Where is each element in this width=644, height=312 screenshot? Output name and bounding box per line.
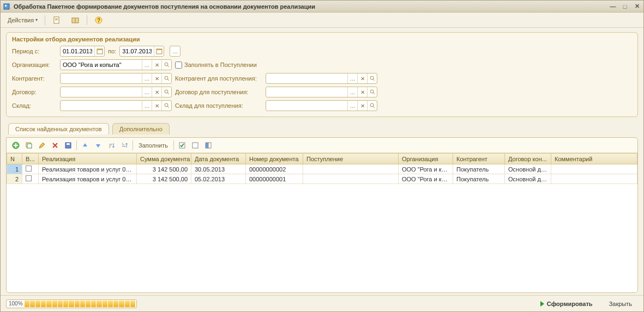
col-receipt[interactable]: Поступление — [303, 154, 399, 164]
col-comment[interactable]: Комментарий — [551, 154, 637, 164]
tab-additional[interactable]: Дополнительно — [112, 123, 170, 134]
open-button[interactable] — [161, 101, 171, 111]
fill-in-receipt-checkbox[interactable]: Заполнять в Поступлении — [175, 62, 257, 69]
open-button[interactable] — [367, 87, 377, 97]
svg-rect-1 — [5, 5, 7, 7]
open-button[interactable] — [367, 101, 377, 111]
edit-row-button[interactable] — [36, 139, 48, 151]
maximize-button[interactable]: □ — [621, 3, 629, 10]
period-from-input[interactable] — [61, 46, 94, 56]
close-window-button[interactable]: ✕ — [633, 3, 641, 10]
toolbar-separator — [173, 140, 174, 150]
fill-in-receipt-input[interactable] — [175, 62, 182, 69]
cell-contragent: Покупатель — [453, 164, 505, 174]
open-button[interactable] — [161, 60, 171, 70]
svg-line-19 — [167, 93, 169, 94]
col-org[interactable]: Организация — [399, 154, 453, 164]
clear-button[interactable]: ✕ — [152, 101, 161, 111]
select-button[interactable]: … — [142, 60, 152, 70]
col-sum[interactable]: Сумма документа — [137, 154, 191, 164]
contract-field[interactable]: … ✕ — [60, 87, 172, 97]
clear-button[interactable]: ✕ — [152, 87, 161, 97]
play-icon — [540, 301, 544, 307]
sort-desc-button[interactable] — [118, 139, 130, 151]
warehouse-recv-field[interactable]: … ✕ — [266, 100, 377, 111]
select-button[interactable]: … — [142, 101, 152, 111]
svg-rect-34 — [208, 143, 211, 148]
main-toolbar: Действия ▾ ? — [1, 13, 643, 28]
invert-check-button[interactable] — [202, 139, 214, 151]
move-down-button[interactable] — [92, 139, 104, 151]
cell-receipt — [303, 174, 399, 184]
calendar-icon[interactable] — [94, 46, 104, 56]
help-button[interactable]: ? — [91, 14, 107, 26]
select-button[interactable]: … — [142, 74, 152, 83]
fill-button-label: Заполнить — [139, 142, 168, 149]
contragent-recv-input[interactable] — [266, 74, 347, 83]
save-button[interactable] — [62, 139, 74, 151]
add-row-button[interactable] — [10, 139, 22, 151]
help-icon: ? — [94, 16, 103, 25]
clear-button[interactable]: ✕ — [357, 74, 367, 83]
select-button[interactable]: … — [347, 87, 357, 97]
col-number[interactable]: Номер документа — [246, 154, 303, 164]
warehouse-input[interactable] — [61, 101, 142, 111]
delete-row-button[interactable] — [49, 139, 61, 151]
close-button[interactable]: Закрыть — [603, 298, 638, 310]
col-contract[interactable]: Договор кон... — [505, 154, 551, 164]
clear-button[interactable]: ✕ — [357, 101, 367, 111]
actions-menu[interactable]: Действия ▾ — [4, 14, 41, 26]
contragent-label: Контрагент: — [12, 75, 57, 82]
warehouse-recv-input[interactable] — [266, 101, 347, 111]
sort-asc-button[interactable] — [105, 139, 117, 151]
form-button[interactable]: Сформировать — [534, 298, 599, 310]
clear-button[interactable]: ✕ — [357, 87, 367, 97]
col-realization[interactable]: Реализация — [39, 154, 137, 164]
table-row[interactable]: 1Реализация товаров и услуг 00...3 142 5… — [7, 164, 637, 174]
filter-panel: Настройки отбора документов реализации П… — [6, 32, 638, 117]
period-picker-button[interactable]: … — [170, 46, 180, 57]
period-from-field[interactable] — [60, 46, 105, 57]
svg-text:?: ? — [97, 17, 100, 23]
select-button[interactable]: … — [347, 101, 357, 111]
table-row[interactable]: 2Реализация товаров и услуг 00...3 142 5… — [7, 174, 637, 184]
select-button[interactable]: … — [142, 87, 152, 97]
minimize-button[interactable]: — — [609, 3, 617, 10]
col-v[interactable]: В... — [22, 154, 39, 164]
contragent-field[interactable]: … ✕ — [60, 73, 172, 84]
col-n[interactable]: N — [7, 154, 22, 164]
select-button[interactable]: … — [347, 74, 357, 83]
clear-button[interactable]: ✕ — [152, 74, 161, 83]
open-button[interactable] — [161, 74, 171, 83]
toolbar-icon-1[interactable] — [49, 14, 65, 26]
col-contragent[interactable]: Контрагент — [453, 154, 505, 164]
check-all-button[interactable] — [176, 139, 188, 151]
fill-button[interactable]: Заполнить — [135, 139, 171, 151]
cell-date: 30.05.2013 — [191, 164, 246, 174]
contract-input[interactable] — [61, 87, 142, 97]
app-window: Обработка Пакетное формирование документ… — [0, 0, 644, 312]
cell-check[interactable] — [22, 174, 39, 184]
tab-found-docs[interactable]: Список найденных документов — [8, 123, 109, 134]
uncheck-all-button[interactable] — [189, 139, 201, 151]
period-to-field[interactable] — [119, 46, 164, 57]
contract-recv-field[interactable]: … ✕ — [266, 87, 377, 97]
data-grid[interactable]: N В... Реализация Сумма документа Дата д… — [7, 153, 637, 292]
contragent-recv-field[interactable]: … ✕ — [266, 73, 377, 84]
col-date[interactable]: Дата документа — [191, 154, 246, 164]
org-field[interactable]: … ✕ — [60, 59, 172, 70]
period-from-label: Период с: — [12, 48, 57, 54]
cell-check[interactable] — [22, 164, 39, 174]
open-button[interactable] — [367, 74, 377, 83]
toolbar-icon-2[interactable] — [67, 14, 83, 26]
warehouse-field[interactable]: … ✕ — [60, 100, 172, 111]
contragent-input[interactable] — [61, 74, 142, 83]
clear-button[interactable]: ✕ — [152, 60, 161, 70]
copy-row-button[interactable] — [23, 139, 35, 151]
contract-recv-input[interactable] — [266, 87, 347, 97]
period-to-input[interactable] — [120, 46, 154, 56]
open-button[interactable] — [161, 87, 171, 97]
calendar-icon[interactable] — [154, 46, 164, 56]
org-input[interactable] — [61, 60, 142, 70]
move-up-button[interactable] — [79, 139, 91, 151]
